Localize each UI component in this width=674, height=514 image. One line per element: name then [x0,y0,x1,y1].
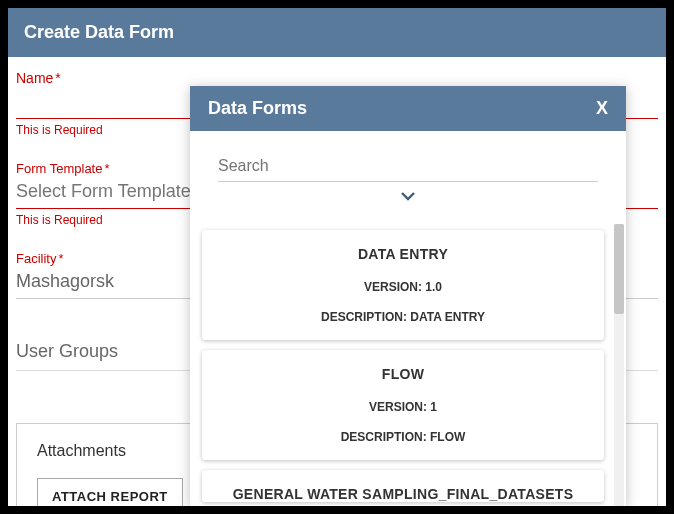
attach-report-button[interactable]: ATTACH REPORT [37,478,183,506]
modal-header: Data Forms X [190,86,626,131]
list-item[interactable]: DATA ENTRY VERSION: 1.0 DESCRIPTION: DAT… [202,230,604,340]
page-title: Create Data Form [24,22,174,42]
user-groups-label: User Groups [16,341,118,361]
name-label: Name [16,70,53,86]
item-title: GENERAL WATER SAMPLING_FINAL_DATASETS [212,486,594,502]
facility-label: Facility [16,251,56,266]
scrollbar-thumb[interactable] [614,224,624,314]
item-description: DESCRIPTION: FLOW [212,430,594,444]
item-title: FLOW [212,366,594,382]
modal-title: Data Forms [208,98,307,119]
modal-list: DATA ENTRY VERSION: 1.0 DESCRIPTION: DAT… [196,224,610,506]
name-required: * [55,70,60,86]
scrollbar[interactable] [614,224,624,506]
list-item[interactable]: GENERAL WATER SAMPLING_FINAL_DATASETS [202,470,604,502]
item-version: VERSION: 1.0 [212,280,594,294]
close-icon[interactable]: X [596,98,608,119]
item-title: DATA ENTRY [212,246,594,262]
chevron-down-icon[interactable] [400,188,416,206]
list-item[interactable]: FLOW VERSION: 1 DESCRIPTION: FLOW [202,350,604,460]
data-forms-modal: Data Forms X DATA ENTRY VERSION: 1.0 DES… [190,86,626,506]
item-version: VERSION: 1 [212,400,594,414]
item-description: DESCRIPTION: DATA ENTRY [212,310,594,324]
template-label: Form Template [16,161,102,176]
facility-required: * [58,251,63,266]
template-required: * [104,161,109,176]
page-header: Create Data Form [8,8,666,57]
search-input[interactable] [218,153,598,182]
